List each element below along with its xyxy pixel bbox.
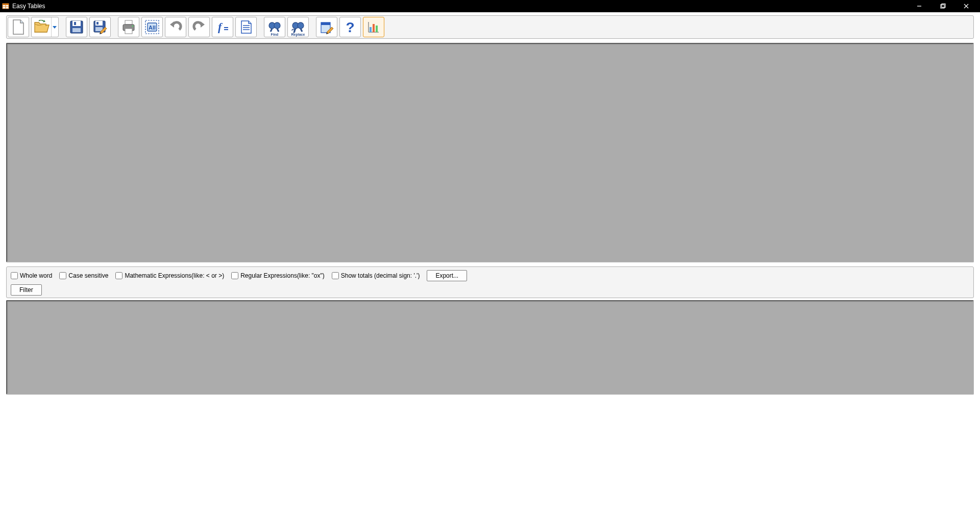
chart-button[interactable] [363, 17, 384, 37]
save-button[interactable] [66, 17, 87, 37]
new-file-icon [11, 19, 26, 35]
chart-icon [366, 20, 381, 34]
find-button[interactable]: Find [264, 17, 285, 37]
case-sensitive-checkbox[interactable]: Case sensitive [59, 272, 108, 279]
whole-word-label: Whole word [20, 272, 52, 279]
maximize-button[interactable] [931, 0, 954, 12]
svg-line-42 [301, 29, 302, 32]
svg-text:f: f [218, 20, 223, 33]
main-table-area[interactable] [6, 43, 974, 262]
svg-marker-10 [53, 26, 57, 29]
svg-rect-17 [96, 22, 99, 25]
toolbar: All f [6, 15, 974, 39]
svg-line-38 [277, 29, 279, 32]
svg-text:?: ? [346, 19, 354, 35]
window-title: Easy Tables [12, 3, 45, 10]
app-icon [2, 3, 9, 10]
titlebar: Easy Tables [0, 0, 980, 12]
svg-rect-51 [373, 24, 375, 32]
svg-point-40 [298, 22, 304, 29]
export-button[interactable]: Export... [427, 270, 467, 281]
svg-rect-52 [376, 26, 378, 32]
undo-button[interactable] [165, 17, 186, 37]
svg-rect-12 [72, 21, 81, 26]
filter-button[interactable]: Filter [11, 284, 42, 296]
math-expressions-label: Mathematic Expressions(like: < or >) [125, 272, 224, 279]
whole-word-checkbox[interactable]: Whole word [11, 272, 52, 279]
formula-button[interactable]: f [212, 17, 233, 37]
undo-icon [168, 19, 183, 35]
redo-icon [191, 19, 207, 35]
open-file-button[interactable] [31, 17, 59, 37]
svg-rect-13 [74, 22, 76, 25]
svg-rect-45 [321, 22, 330, 25]
svg-line-37 [271, 29, 272, 32]
svg-point-23 [132, 26, 134, 27]
svg-marker-28 [201, 21, 205, 28]
select-all-button[interactable]: All [141, 17, 163, 37]
formula-icon: f [215, 19, 230, 35]
replace-button[interactable]: Replace [287, 17, 309, 37]
open-folder-icon [34, 20, 50, 34]
replace-label: Replace [288, 33, 308, 36]
notes-button[interactable] [316, 17, 337, 37]
notes-pencil-icon [319, 19, 334, 35]
results-area[interactable] [6, 300, 974, 395]
regex-label: Regular Expressions(like: "ox") [240, 272, 325, 279]
replace-icon [290, 20, 306, 34]
help-icon: ? [343, 19, 357, 35]
save-edit-icon [92, 19, 108, 35]
show-totals-label: Show totals (decimal sign: '.') [341, 272, 420, 279]
new-file-button[interactable] [8, 17, 29, 37]
save-icon [69, 19, 84, 35]
svg-rect-50 [370, 27, 372, 32]
sheet-icon [238, 19, 254, 35]
svg-rect-30 [224, 27, 228, 28]
columns-button[interactable] [235, 17, 257, 37]
help-button[interactable]: ? [339, 17, 361, 37]
svg-rect-22 [125, 29, 132, 34]
save-as-button[interactable] [89, 17, 111, 37]
redo-button[interactable] [188, 17, 210, 37]
show-totals-checkbox[interactable]: Show totals (decimal sign: '.') [332, 272, 420, 279]
minimize-button[interactable] [908, 0, 931, 12]
svg-rect-31 [224, 29, 228, 30]
math-expressions-checkbox[interactable]: Mathematic Expressions(like: < or >) [115, 272, 224, 279]
find-icon [266, 20, 283, 34]
open-dropdown-arrow-icon[interactable] [51, 17, 57, 37]
close-button[interactable] [954, 0, 978, 12]
filter-bar: Whole word Case sensitive Mathematic Exp… [6, 266, 974, 298]
print-button[interactable] [118, 17, 139, 37]
svg-rect-14 [72, 28, 81, 32]
regex-checkbox[interactable]: Regular Expressions(like: "ox") [231, 272, 325, 279]
case-sensitive-label: Case sensitive [68, 272, 108, 279]
svg-rect-20 [125, 20, 132, 25]
select-all-icon: All [144, 19, 160, 35]
find-label: Find [264, 33, 285, 36]
print-icon [121, 19, 136, 35]
svg-text:All: All [149, 25, 156, 31]
svg-marker-27 [170, 21, 174, 28]
svg-marker-9 [43, 20, 45, 22]
svg-point-36 [274, 22, 280, 29]
